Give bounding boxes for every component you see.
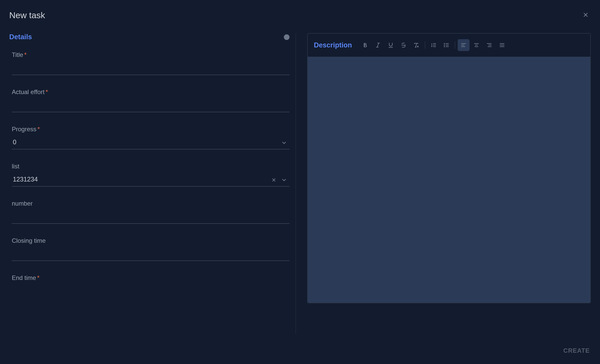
italic-button[interactable]: [372, 39, 384, 51]
ordered-list-button[interactable]: [428, 39, 439, 51]
strikethrough-icon: [401, 42, 407, 48]
ordered-list-icon: [431, 42, 437, 48]
actual-effort-input[interactable]: [12, 99, 289, 112]
details-header: Details: [9, 33, 289, 41]
actual-effort-input-row: [12, 99, 289, 112]
svg-line-2: [377, 43, 379, 47]
field-closing-time: Closing time: [12, 237, 289, 261]
close-icon: [271, 177, 277, 183]
title-label-text: Title: [12, 51, 23, 58]
progress-label: Progress*: [12, 126, 289, 133]
list-label-text: list: [12, 163, 19, 170]
fields-container: Title* Actual effort* Pr: [9, 51, 289, 281]
progress-label-text: Progress: [12, 126, 36, 133]
dialog-title: New task: [9, 10, 45, 20]
bold-icon: [362, 42, 368, 48]
actual-effort-label-text: Actual effort: [12, 88, 45, 95]
title-label: Title*: [12, 51, 289, 58]
field-end-time: End time*: [12, 274, 289, 281]
bold-button[interactable]: [359, 39, 371, 51]
align-center-button[interactable]: [471, 39, 482, 51]
align-justify-icon: [499, 42, 505, 48]
underline-icon: [388, 42, 394, 48]
italic-icon: [375, 42, 381, 48]
description-title: Description: [314, 41, 352, 49]
end-time-label: End time*: [12, 274, 289, 281]
end-time-label-text: End time: [12, 274, 36, 281]
required-star-icon: *: [37, 274, 39, 281]
chevron-down-icon: [279, 176, 289, 184]
svg-point-13: [444, 46, 445, 47]
number-label: number: [12, 200, 289, 207]
title-input-row: [12, 62, 289, 75]
closing-time-label: Closing time: [12, 237, 289, 244]
number-input-row: [12, 211, 289, 224]
editor-wrapper: Description: [307, 33, 591, 303]
details-title: Details: [9, 33, 32, 41]
align-left-button[interactable]: [458, 39, 469, 51]
clear-list-button[interactable]: [269, 176, 279, 184]
required-star-icon: *: [24, 51, 26, 58]
align-center-icon: [473, 42, 479, 48]
title-input[interactable]: [12, 62, 289, 75]
field-title: Title*: [12, 51, 289, 75]
description-editor[interactable]: [308, 57, 590, 303]
align-justify-button[interactable]: [496, 39, 508, 51]
number-label-text: number: [12, 200, 33, 207]
strikethrough-button[interactable]: [398, 39, 409, 51]
progress-select[interactable]: 0: [12, 136, 289, 149]
actual-effort-label: Actual effort*: [12, 88, 289, 96]
close-icon: [582, 11, 589, 18]
unordered-list-icon: [443, 42, 449, 48]
new-task-dialog: New task Details Title*: [0, 0, 600, 364]
dialog-body: Details Title* Actual effort*: [0, 26, 600, 339]
dialog-header: New task: [0, 0, 600, 26]
clear-format-icon: [413, 42, 419, 48]
unordered-list-button[interactable]: [441, 39, 452, 51]
required-star-icon: *: [46, 88, 48, 95]
details-panel: Details Title* Actual effort*: [9, 33, 296, 334]
field-number: number: [12, 200, 289, 224]
number-input[interactable]: [12, 211, 289, 223]
clear-format-button[interactable]: [411, 39, 422, 51]
align-left-icon: [461, 42, 467, 48]
align-right-icon: [486, 42, 492, 48]
svg-point-12: [444, 45, 445, 45]
status-dot-icon: [284, 34, 289, 40]
toolbar-separator: [455, 42, 455, 49]
field-list: list 1231234: [12, 163, 289, 187]
list-label: list: [12, 163, 289, 170]
field-actual-effort: Actual effort*: [12, 88, 289, 112]
chevron-down-icon: [279, 138, 289, 147]
closing-time-label-text: Closing time: [12, 237, 46, 244]
field-progress: Progress* 0: [12, 126, 289, 149]
toolbar-separator: [425, 42, 425, 49]
closing-time-input[interactable]: [12, 248, 289, 260]
close-button[interactable]: [581, 10, 591, 21]
underline-button[interactable]: [385, 39, 397, 51]
svg-point-11: [444, 43, 445, 44]
editor-toolbar: Description: [308, 34, 590, 57]
create-button[interactable]: CREATE: [562, 345, 591, 356]
required-star-icon: *: [37, 126, 40, 133]
progress-value: 0: [12, 136, 279, 149]
list-value: 1231234: [12, 174, 269, 186]
list-select[interactable]: 1231234: [12, 174, 289, 187]
closing-time-input-row: [12, 248, 289, 261]
align-right-button[interactable]: [483, 39, 495, 51]
dialog-footer: CREATE: [0, 339, 600, 364]
description-panel: Description: [307, 33, 591, 334]
